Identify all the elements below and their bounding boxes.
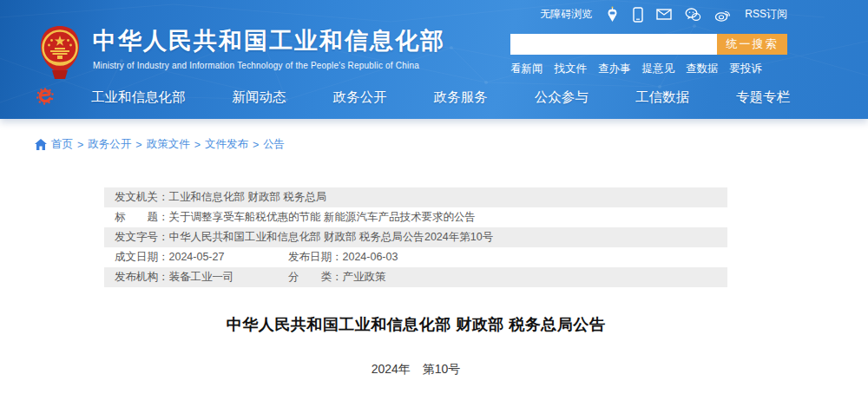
nav-item-special[interactable]: 专题专栏 xyxy=(736,89,790,107)
quick-link-news[interactable]: 看新闻 xyxy=(510,62,543,76)
meta-label: 发文字号： xyxy=(115,227,169,247)
document-meta-table: 发文机关： 工业和信息化部 财政部 税务总局 标 题： 关于调整享受车船税优惠的… xyxy=(104,187,727,287)
meta-value: 2024-05-27 xyxy=(169,247,225,267)
meta-row-doc-number: 发文字号： 中华人民共和国工业和信息化部 财政部 税务总局公告2024年第10号 xyxy=(104,227,727,247)
breadcrumb-separator: > xyxy=(194,139,201,151)
search-button[interactable]: 统一搜索 xyxy=(717,34,787,55)
quick-link-services[interactable]: 查办事 xyxy=(598,62,631,76)
article-issue-number: 2024年 第10号 xyxy=(104,362,727,378)
meta-label: 发布机构： xyxy=(115,267,169,287)
meta-value: 工业和信息化部 财政部 税务总局 xyxy=(169,187,327,207)
meta-value: 2024-06-03 xyxy=(343,247,398,267)
breadcrumb-announcement[interactable]: 公告 xyxy=(263,137,285,152)
meta-label: 成文日期： xyxy=(115,247,169,267)
quick-link-data[interactable]: 查数据 xyxy=(686,62,719,76)
meta-value: 中华人民共和国工业和信息化部 财政部 税务总局公告2024年第10号 xyxy=(169,227,494,247)
search-area: 统一搜索 xyxy=(510,34,787,55)
breadcrumb-home[interactable]: 首页 xyxy=(51,137,73,152)
breadcrumb-disclosure[interactable]: 政务公开 xyxy=(88,137,131,152)
meta-row-title: 标 题： 关于调整享受车船税优惠的节能 新能源汽车产品技术要求的公告 xyxy=(104,207,727,227)
site-title-en: Ministry of Industry and Information Tec… xyxy=(93,61,445,70)
quick-link-suggest[interactable]: 提意见 xyxy=(642,62,675,76)
weibo-icon[interactable] xyxy=(714,8,732,22)
meta-row-issuing-agency: 发文机关： 工业和信息化部 财政部 税务总局 xyxy=(104,187,727,207)
home-icon[interactable] xyxy=(35,139,47,150)
main-nav: 工业和信息化部 新闻动态 政务公开 政务服务 公众参与 工信数据 专题专栏 xyxy=(91,84,790,110)
topbar: 无障碍浏览 xyxy=(540,6,787,23)
wechat-icon[interactable] xyxy=(685,8,701,22)
site-logo[interactable]: 中华人民共和国工业和信息化部 Ministry of Industry and … xyxy=(39,25,445,80)
site-title-block: 中华人民共和国工业和信息化部 Ministry of Industry and … xyxy=(93,25,445,70)
national-emblem-icon xyxy=(39,25,81,80)
nav-item-data[interactable]: 工信数据 xyxy=(635,89,689,107)
nav-item-participation[interactable]: 公众参与 xyxy=(535,89,589,107)
quick-link-complaint[interactable]: 要投诉 xyxy=(730,62,763,76)
breadcrumb-separator: > xyxy=(77,139,83,151)
meta-label: 分 类： xyxy=(288,267,343,287)
nav-item-disclosure[interactable]: 政务公开 xyxy=(333,89,387,107)
breadcrumb-file-release[interactable]: 文件发布 xyxy=(205,137,248,152)
quick-link-files[interactable]: 找文件 xyxy=(555,62,588,76)
breadcrumb-separator: > xyxy=(253,139,259,151)
miit-spiral-logo-icon[interactable] xyxy=(36,87,55,109)
meta-label: 发布日期： xyxy=(288,247,343,267)
nav-item-news[interactable]: 新闻动态 xyxy=(233,89,286,107)
accessibility-link[interactable]: 无障碍浏览 xyxy=(540,7,592,22)
mascot-icon[interactable] xyxy=(605,6,620,23)
rss-link[interactable]: RSS订阅 xyxy=(745,7,787,22)
mobile-icon[interactable] xyxy=(633,7,643,23)
meta-row-publisher-category: 发布机构： 装备工业一司 分 类： 产业政策 xyxy=(104,267,727,287)
nav-item-miit[interactable]: 工业和信息化部 xyxy=(91,89,186,107)
meta-label: 标 题： xyxy=(115,207,169,227)
mail-icon[interactable] xyxy=(656,9,672,20)
meta-label: 发文机关： xyxy=(115,187,169,207)
search-input[interactable] xyxy=(510,34,717,55)
article-title: 中华人民共和国工业和信息化部 财政部 税务总局公告 xyxy=(104,314,727,335)
site-title-cn: 中华人民共和国工业和信息化部 xyxy=(93,29,445,55)
search-quick-links: 看新闻 找文件 查办事 提意见 查数据 要投诉 xyxy=(510,62,762,76)
site-header: 无障碍浏览 xyxy=(0,0,868,119)
breadcrumb-separator: > xyxy=(135,139,141,151)
meta-value: 装备工业一司 xyxy=(169,267,234,287)
breadcrumb: 首页 > 政务公开 > 政策文件 > 文件发布 > 公告 xyxy=(35,137,868,152)
meta-value: 关于调整享受车船税优惠的节能 新能源汽车产品技术要求的公告 xyxy=(169,207,476,227)
meta-row-dates: 成文日期： 2024-05-27 发布日期： 2024-06-03 xyxy=(104,247,727,267)
breadcrumb-policy-files[interactable]: 政策文件 xyxy=(147,137,190,152)
nav-item-services[interactable]: 政务服务 xyxy=(434,89,488,107)
meta-value: 产业政策 xyxy=(343,267,386,287)
